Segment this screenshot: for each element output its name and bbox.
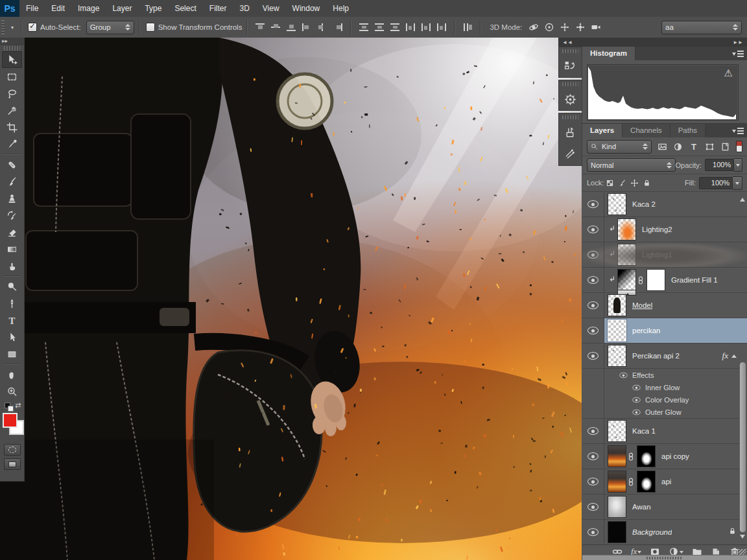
layer-name[interactable]: Awan — [632, 503, 651, 511]
filter-type-layers-icon[interactable]: T — [688, 141, 699, 152]
pen-tool[interactable] — [2, 295, 22, 312]
layer-name[interactable]: Lighting2 — [642, 226, 672, 233]
lasso-tool[interactable] — [2, 85, 22, 102]
show-transform-checkbox[interactable] — [146, 23, 155, 32]
layer-thumbnail[interactable] — [608, 445, 626, 467]
layer-row-api-copy[interactable]: api copy — [582, 444, 747, 469]
menu-help[interactable]: Help — [326, 0, 355, 17]
options-grip[interactable] — [1, 20, 5, 34]
rectangular-marquee-tool[interactable] — [2, 68, 22, 85]
layer-row-api[interactable]: api — [582, 469, 747, 495]
layer-row-model[interactable]: Model — [582, 293, 747, 318]
brush-tool[interactable] — [2, 173, 22, 190]
layer-visibility-toggle[interactable] — [582, 419, 604, 443]
filter-adjustment-layers-icon[interactable] — [672, 141, 683, 152]
3d-roll-button[interactable] — [543, 21, 556, 33]
layer-visibility-toggle[interactable] — [582, 469, 604, 494]
filter-smart-objects-icon[interactable] — [720, 141, 731, 152]
filter-pixel-layers-icon[interactable] — [656, 141, 667, 152]
tool-presets-panel-button[interactable] — [559, 143, 582, 165]
layer-thumbnail[interactable] — [608, 320, 626, 342]
eraser-tool[interactable] — [2, 224, 22, 240]
lock-all-button[interactable] — [641, 178, 652, 188]
panel-group-grip[interactable] — [562, 49, 578, 53]
opacity-dropdown-button[interactable] — [734, 158, 742, 172]
lock-transparent-pixels-button[interactable] — [604, 178, 615, 188]
layer-row-awan[interactable]: Awan — [582, 495, 747, 520]
fill-dropdown-button[interactable] — [733, 176, 742, 190]
brush-presets-panel-button[interactable] — [559, 121, 582, 143]
path-selection-tool[interactable] — [2, 329, 22, 345]
move-tool[interactable] — [2, 51, 22, 68]
3d-orbit-button[interactable] — [527, 21, 540, 33]
gradient-tool[interactable] — [2, 240, 22, 257]
distribute-vertical-centers-button[interactable] — [373, 21, 386, 33]
layer-thumbnail[interactable] — [617, 244, 636, 266]
default-colors-widget[interactable]: ⇄ — [3, 401, 24, 413]
effect-row-effects[interactable]: Effects — [582, 369, 747, 381]
layer-name[interactable]: Kaca 2 — [632, 200, 656, 208]
layer-name[interactable]: api copy — [661, 452, 689, 460]
layer-visibility-toggle[interactable] — [582, 192, 604, 216]
menu-window[interactable]: Window — [286, 0, 327, 17]
layer-mask-thumbnail[interactable] — [637, 471, 656, 493]
layer-thumbnail[interactable] — [608, 345, 626, 367]
mask-link-icon[interactable] — [628, 477, 634, 487]
panel-menu-icon[interactable] — [732, 127, 744, 135]
menu-file[interactable]: File — [19, 0, 45, 17]
align-horizontal-centers-button[interactable] — [316, 21, 329, 33]
type-tool[interactable]: T — [2, 312, 22, 329]
layer-row-kaca-1[interactable]: Kaca 1 — [582, 419, 747, 444]
layer-visibility-toggle[interactable] — [582, 520, 604, 544]
lock-position-button[interactable] — [629, 178, 640, 188]
eye-icon[interactable] — [632, 397, 640, 402]
mask-link-icon[interactable] — [637, 275, 644, 285]
distribute-right-edges-button[interactable] — [435, 21, 448, 33]
layer-visibility-toggle[interactable] — [582, 444, 604, 469]
tools-collapse-button[interactable]: ▸▸ — [0, 38, 24, 45]
layer-visibility-toggle[interactable] — [582, 268, 604, 292]
document-canvas[interactable] — [0, 38, 582, 560]
menu-type[interactable]: Type — [138, 0, 168, 17]
layer-thumbnail[interactable] — [608, 521, 626, 543]
magic-wand-tool[interactable] — [2, 102, 22, 119]
effect-row-inner-glow[interactable]: Inner Glow — [582, 381, 747, 393]
hand-tool[interactable] — [2, 366, 22, 383]
histogram-warning-icon[interactable]: ⚠ — [724, 67, 733, 79]
eye-icon[interactable] — [619, 372, 627, 378]
layer-thumbnail[interactable] — [617, 269, 636, 291]
layer-name[interactable]: Background — [632, 528, 672, 536]
scrollbar-thumb[interactable] — [739, 362, 746, 533]
filter-shape-layers-icon[interactable] — [704, 141, 715, 152]
distribute-horizontal-centers-button[interactable] — [420, 21, 433, 33]
swap-colors-icon[interactable]: ⇄ — [15, 401, 21, 410]
opacity-value[interactable]: 100% — [705, 159, 734, 171]
quick-mask-button[interactable] — [4, 444, 21, 456]
dock-resize-strip[interactable] — [582, 555, 747, 560]
mask-link-icon[interactable] — [628, 452, 634, 461]
smudge-tool[interactable] — [2, 257, 22, 274]
layer-thumbnail[interactable] — [608, 420, 626, 442]
3d-slide-button[interactable] — [574, 21, 587, 33]
layer-row-background[interactable]: Background — [582, 520, 747, 544]
move-tool-preset[interactable]: ▾ — [7, 25, 16, 30]
eye-icon[interactable] — [632, 384, 640, 390]
tab-channels[interactable]: Channels — [622, 124, 670, 137]
filter-kind-dropdown[interactable]: Kind — [587, 140, 652, 154]
clone-stamp-tool[interactable] — [2, 190, 22, 207]
distribute-bottom-edges-button[interactable] — [388, 21, 401, 33]
menu-view[interactable]: View — [256, 0, 286, 17]
effect-row-color-overlay[interactable]: Color Overlay — [582, 393, 747, 406]
align-vertical-centers-button[interactable] — [269, 21, 282, 33]
scroll-down-icon[interactable] — [740, 535, 745, 541]
layer-mask-thumbnail[interactable] — [646, 269, 665, 291]
effect-row-outer-glow[interactable]: Outer Glow — [582, 406, 747, 419]
layer-visibility-toggle[interactable] — [582, 293, 604, 318]
layer-row-percikan-api-2[interactable]: Percikan api 2fx — [582, 344, 747, 369]
layers-scrollbar[interactable] — [739, 192, 746, 544]
expand-panels-icon[interactable]: ►► — [733, 40, 743, 45]
align-top-edges-button[interactable] — [254, 21, 267, 33]
crop-tool[interactable] — [2, 119, 22, 135]
tools-grip[interactable] — [4, 46, 20, 51]
auto-align-layers-button[interactable] — [461, 21, 474, 33]
